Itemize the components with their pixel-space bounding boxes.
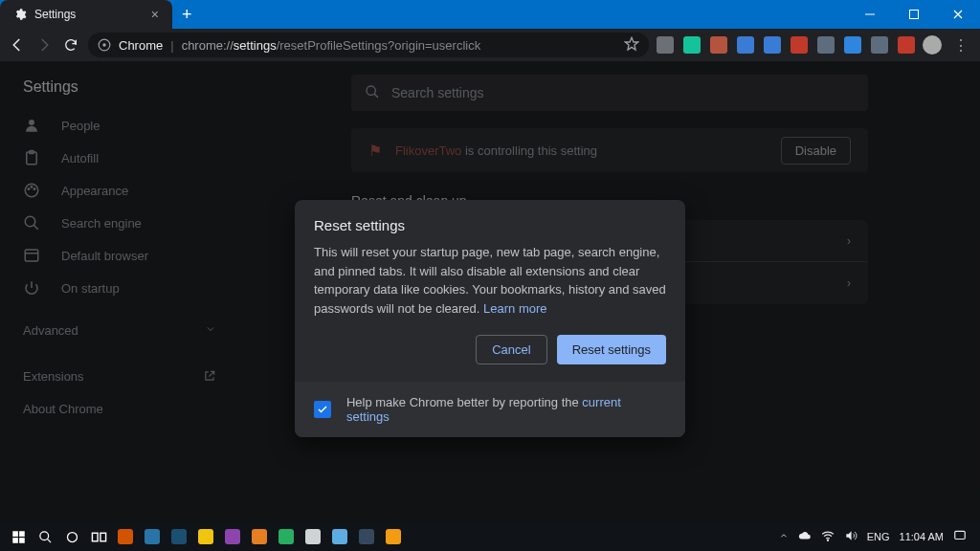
cloud-icon[interactable] — [817, 36, 835, 54]
k-icon[interactable] — [710, 36, 727, 54]
f-icon-2[interactable] — [791, 36, 808, 54]
browser-toolbar: Chrome | chrome://settings/resetProfileS… — [0, 29, 980, 61]
svg-point-23 — [39, 531, 48, 540]
new-tab-button[interactable]: + — [172, 0, 202, 29]
svg-rect-1 — [910, 11, 919, 19]
reset-settings-dialog: Reset settings This will reset your star… — [295, 200, 685, 437]
svg-point-25 — [67, 532, 77, 541]
url-text: chrome://settings/resetProfileSettings?o… — [182, 38, 481, 53]
profile-avatar[interactable] — [923, 35, 942, 55]
forward-button[interactable] — [34, 35, 54, 55]
close-window-button[interactable] — [936, 0, 980, 29]
back-button[interactable] — [8, 35, 27, 55]
globe-icon[interactable] — [844, 36, 861, 54]
svg-point-28 — [827, 540, 828, 540]
browser-tab[interactable]: Settings × — [0, 0, 172, 29]
wifi-icon[interactable] — [821, 529, 835, 544]
volume-icon[interactable] — [844, 529, 858, 544]
tray-time[interactable]: 11:04 AM — [900, 531, 944, 542]
taskbar-taskview[interactable] — [86, 524, 111, 549]
onedrive-icon[interactable] — [798, 529, 812, 544]
svg-rect-19 — [12, 531, 18, 537]
taskbar-app-7[interactable] — [301, 524, 325, 549]
taskbar-app-5[interactable] — [247, 524, 272, 549]
o-icon[interactable] — [898, 36, 915, 54]
s-icon[interactable] — [871, 36, 888, 54]
minimize-button[interactable] — [848, 0, 892, 29]
cancel-button[interactable]: Cancel — [476, 335, 546, 364]
svg-rect-20 — [19, 531, 25, 537]
reload-button[interactable] — [61, 35, 80, 55]
chrome-menu-button[interactable]: ⋮ — [949, 36, 972, 55]
svg-point-5 — [102, 43, 106, 47]
tab-title: Settings — [34, 8, 76, 21]
svg-rect-21 — [12, 538, 18, 543]
svg-line-24 — [47, 539, 51, 542]
taskbar-start[interactable] — [6, 524, 31, 549]
taskbar-app-9[interactable] — [354, 524, 379, 549]
svg-rect-29 — [955, 531, 966, 539]
taskbar-mail[interactable] — [167, 524, 191, 549]
tab-close-icon[interactable]: × — [151, 7, 159, 22]
taskbar-app-6[interactable] — [274, 524, 299, 549]
tray-language[interactable]: ENG — [867, 531, 890, 542]
bookmark-star-icon[interactable] — [624, 36, 639, 55]
site-info-icon[interactable] — [98, 38, 111, 52]
dialog-body: This will reset your startup page, new t… — [295, 243, 685, 331]
taskbar-chrome[interactable] — [193, 524, 218, 549]
gear-icon — [13, 8, 27, 21]
taskbar-app-1[interactable] — [113, 524, 138, 549]
system-tray: ENG 11:04 AM — [779, 529, 974, 544]
taskbar-app-4[interactable] — [220, 524, 245, 549]
taskbar-app-2[interactable] — [140, 524, 165, 549]
f-icon-1[interactable] — [764, 36, 781, 54]
dialog-title: Reset settings — [295, 200, 685, 243]
address-bar[interactable]: Chrome | chrome://settings/resetProfileS… — [88, 33, 649, 57]
extension-icons — [657, 36, 915, 54]
reset-settings-button[interactable]: Reset settings — [557, 335, 666, 364]
windows-taskbar: ENG 11:04 AM — [0, 522, 980, 551]
camera-icon[interactable] — [657, 36, 674, 54]
learn-more-link[interactable]: Learn more — [483, 301, 546, 316]
grammarly-icon[interactable] — [683, 36, 701, 54]
settings-page: Settings PeopleAutofillAppearanceSearch … — [0, 61, 980, 522]
shield-icon[interactable] — [737, 36, 754, 54]
svg-rect-26 — [92, 533, 98, 541]
report-checkbox[interactable] — [314, 401, 331, 418]
svg-rect-27 — [100, 533, 105, 541]
taskbar-app-8[interactable] — [327, 524, 352, 549]
footer-text: Help make Chrome better by reporting the… — [346, 395, 666, 424]
url-label: Chrome — [119, 38, 163, 53]
window-controls — [848, 0, 980, 29]
taskbar-search[interactable] — [33, 524, 57, 549]
taskbar-cortana[interactable] — [59, 524, 84, 549]
taskbar-app-10[interactable] — [381, 524, 406, 549]
svg-rect-22 — [19, 538, 25, 543]
window-titlebar: Settings × + — [0, 0, 980, 29]
notifications-icon[interactable] — [953, 529, 967, 544]
tray-chevron-icon[interactable] — [779, 531, 789, 542]
maximize-button[interactable] — [892, 0, 936, 29]
